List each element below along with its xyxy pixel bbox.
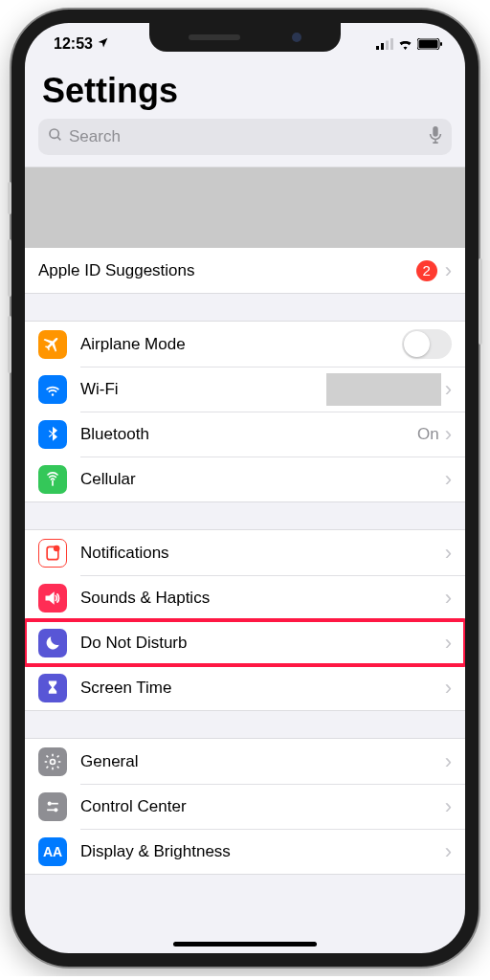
- notch: [149, 23, 341, 52]
- airplane-mode-label: Airplane Mode: [80, 335, 402, 354]
- battery-icon: [417, 38, 442, 50]
- svg-point-16: [54, 808, 57, 812]
- airplane-mode-row[interactable]: Airplane Mode: [25, 322, 465, 367]
- home-indicator[interactable]: [173, 942, 317, 947]
- phone-silent-switch: [8, 182, 11, 214]
- svg-point-14: [48, 801, 52, 805]
- wifi-icon: [38, 375, 67, 404]
- phone-power-button: [479, 258, 482, 345]
- apple-id-card-redacted[interactable]: [25, 167, 465, 248]
- svg-point-12: [54, 545, 60, 551]
- airplane-mode-toggle[interactable]: [402, 329, 452, 359]
- apple-id-suggestions-label: Apple ID Suggestions: [38, 261, 416, 280]
- chevron-right-icon: ›: [445, 424, 452, 445]
- hourglass-icon: [38, 674, 67, 702]
- svg-point-7: [50, 129, 58, 138]
- sounds-label: Sounds & Haptics: [80, 589, 445, 608]
- apple-id-suggestions-badge: 2: [416, 260, 437, 281]
- status-time: 12:53: [54, 35, 93, 53]
- chevron-right-icon: ›: [445, 543, 452, 564]
- svg-rect-3: [390, 38, 393, 50]
- gear-icon: [38, 747, 67, 776]
- svg-rect-5: [419, 40, 438, 49]
- chevron-right-icon: ›: [445, 841, 452, 862]
- bluetooth-row[interactable]: Bluetooth On ›: [25, 412, 465, 457]
- cellular-label: Cellular: [80, 470, 445, 489]
- bluetooth-value: On: [417, 425, 439, 444]
- cellular-row[interactable]: Cellular ›: [25, 457, 465, 501]
- do-not-disturb-row[interactable]: Do Not Disturb ›: [25, 620, 465, 665]
- screen-time-label: Screen Time: [80, 679, 445, 698]
- chevron-right-icon: ›: [445, 260, 452, 281]
- svg-line-8: [57, 137, 60, 140]
- chevron-right-icon: ›: [445, 796, 452, 817]
- cellular-icon: [38, 465, 67, 494]
- display-brightness-label: Display & Brightness: [80, 842, 445, 861]
- bluetooth-label: Bluetooth: [80, 425, 417, 444]
- wifi-row[interactable]: Wi-Fi ›: [25, 367, 465, 412]
- chevron-right-icon: ›: [445, 469, 452, 490]
- general-label: General: [80, 752, 445, 771]
- svg-rect-1: [381, 43, 384, 50]
- svg-rect-15: [51, 802, 58, 804]
- svg-rect-0: [376, 46, 379, 50]
- screen-time-row[interactable]: Screen Time ›: [25, 665, 465, 710]
- sounds-icon: [38, 584, 67, 612]
- svg-rect-6: [440, 42, 442, 46]
- search-icon: [48, 127, 63, 147]
- chevron-right-icon: ›: [445, 379, 452, 400]
- display-brightness-row[interactable]: AA Display & Brightness ›: [25, 829, 465, 874]
- dictate-icon[interactable]: [429, 126, 442, 148]
- svg-rect-9: [433, 126, 437, 137]
- svg-point-13: [51, 759, 56, 764]
- phone-volume-up: [8, 239, 11, 297]
- search-placeholder: Search: [69, 127, 423, 146]
- page-title: Settings: [25, 65, 465, 119]
- control-center-label: Control Center: [80, 797, 445, 816]
- chevron-right-icon: ›: [445, 633, 452, 654]
- chevron-right-icon: ›: [445, 751, 452, 772]
- sounds-row[interactable]: Sounds & Haptics ›: [25, 575, 465, 620]
- cell-signal-icon: [376, 38, 393, 50]
- phone-frame: 12:53 Settings Sea: [11, 10, 479, 967]
- bluetooth-icon: [38, 420, 67, 449]
- search-input[interactable]: Search: [38, 119, 452, 155]
- wifi-label: Wi-Fi: [80, 380, 326, 399]
- text-size-icon: AA: [38, 837, 67, 866]
- general-row[interactable]: General ›: [25, 739, 465, 784]
- notifications-row[interactable]: Notifications ›: [25, 530, 465, 575]
- notifications-label: Notifications: [80, 544, 445, 563]
- airplane-icon: [38, 330, 67, 359]
- wifi-value-redacted: [326, 373, 441, 406]
- control-center-row[interactable]: Control Center ›: [25, 784, 465, 829]
- svg-rect-17: [47, 809, 55, 811]
- chevron-right-icon: ›: [445, 678, 452, 699]
- svg-rect-2: [386, 41, 389, 51]
- chevron-right-icon: ›: [445, 588, 452, 609]
- moon-icon: [38, 629, 67, 657]
- apple-id-suggestions-row[interactable]: Apple ID Suggestions 2 ›: [25, 248, 465, 293]
- sliders-icon: [38, 792, 67, 821]
- location-icon: [97, 35, 109, 53]
- notifications-icon: [38, 539, 67, 568]
- phone-volume-down: [8, 316, 11, 373]
- screen: 12:53 Settings Sea: [25, 23, 465, 953]
- do-not-disturb-label: Do Not Disturb: [80, 634, 445, 653]
- wifi-signal-icon: [397, 38, 413, 50]
- svg-rect-10: [52, 479, 54, 485]
